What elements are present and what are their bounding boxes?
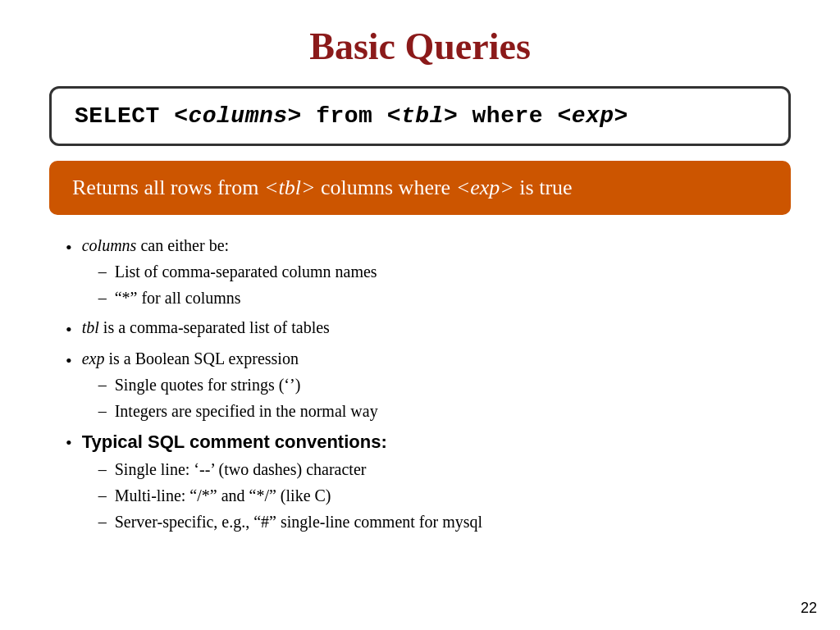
exp-placeholder: <exp> <box>557 103 628 129</box>
dash-1-1: – <box>98 259 107 284</box>
bullet-dot-3: • <box>66 347 72 374</box>
bullet-dot-4: • <box>66 429 72 456</box>
sub-item-3-2: – Integers are specified in the normal w… <box>98 399 791 423</box>
sub-text-4-2: Multi-line: “/*” and “*/” (like C) <box>115 483 331 508</box>
bullet3-italic: exp <box>82 349 105 368</box>
columns-placeholder: <columns> <box>174 103 302 129</box>
bullet-dot-1: • <box>66 234 72 261</box>
code-box: SELECT <columns> from <tbl> where <exp> <box>49 86 791 146</box>
description-text: Returns all rows from <tbl> columns wher… <box>72 176 573 199</box>
bullet-item-4: • Typical SQL comment conventions: – Sin… <box>66 428 791 536</box>
from-keyword: from <box>316 103 372 129</box>
sub-item-4-1: – Single line: ‘--’ (two dashes) charact… <box>98 457 791 482</box>
sub-text-4-1: Single line: ‘--’ (two dashes) character <box>115 457 367 482</box>
dash-3-2: – <box>98 399 107 423</box>
sub-item-4-3: – Server-specific, e.g., “#” single-line… <box>98 509 791 534</box>
bullet1-italic: columns <box>82 236 137 254</box>
bullet2-rest: is a comma-separated list of tables <box>99 318 330 336</box>
dash-4-2: – <box>98 483 107 508</box>
select-keyword: SELECT <box>75 103 160 129</box>
main-bullet-list: • columns can either be: – List of comma… <box>49 233 791 539</box>
where-keyword: where <box>472 103 544 129</box>
slide-title: Basic Queries <box>49 25 791 68</box>
sub-item-1-1: – List of comma-separated column names <box>98 259 791 284</box>
dash-3-1: – <box>98 372 107 397</box>
bullet-item-1: • columns can either be: – List of comma… <box>66 233 791 312</box>
sub-text-1-1: List of comma-separated column names <box>115 259 377 284</box>
dash-4-1: – <box>98 457 107 482</box>
sub-item-4-2: – Multi-line: “/*” and “*/” (like C) <box>98 483 791 508</box>
bullet1-rest: can either be: <box>136 236 229 254</box>
code-line: SELECT <columns> from <tbl> where <exp> <box>75 103 628 129</box>
sub-text-1-2: “*” for all columns <box>115 285 241 310</box>
sub-text-4-3: Server-specific, e.g., “#” single-line c… <box>115 509 482 534</box>
bullet-content-3: exp is a Boolean SQL expression – Single… <box>82 346 791 425</box>
sub-text-3-1: Single quotes for strings (‘’) <box>115 372 301 397</box>
dash-4-3: – <box>98 509 107 534</box>
description-box: Returns all rows from <tbl> columns wher… <box>49 161 791 215</box>
sub-item-3-1: – Single quotes for strings (‘’) <box>98 372 791 397</box>
sub-list-1: – List of comma-separated column names –… <box>82 259 791 310</box>
bullet-dot-2: • <box>66 316 72 343</box>
desc-exp: <exp> <box>456 176 514 199</box>
sub-text-3-2: Integers are specified in the normal way <box>115 399 378 423</box>
sub-list-3: – Single quotes for strings (‘’) – Integ… <box>82 372 791 423</box>
bullet3-rest: is a Boolean SQL expression <box>104 349 298 368</box>
desc-after: is true <box>514 176 573 199</box>
bullet-item-2: • tbl is a comma-separated list of table… <box>66 315 791 343</box>
page-number: 22 <box>801 600 817 617</box>
sub-list-4: – Single line: ‘--’ (two dashes) charact… <box>82 457 791 534</box>
bullet-content-4: Typical SQL comment conventions: – Singl… <box>82 428 791 536</box>
bullet2-italic: tbl <box>82 318 99 336</box>
slide: Basic Queries SELECT <columns> from <tbl… <box>0 0 840 630</box>
bullet-content-2: tbl is a comma-separated list of tables <box>82 315 791 340</box>
desc-tbl: <tbl> <box>264 176 316 199</box>
desc-before: Returns all rows from <box>72 176 264 199</box>
desc-middle: columns where <box>316 176 456 199</box>
dash-1-2: – <box>98 285 107 310</box>
tbl-placeholder: <tbl> <box>387 103 459 129</box>
bullet-item-3: • exp is a Boolean SQL expression – Sing… <box>66 346 791 425</box>
bullet-content-1: columns can either be: – List of comma-s… <box>82 233 791 312</box>
bullet4-bold: Typical SQL comment conventions: <box>82 431 387 452</box>
sub-item-1-2: – “*” for all columns <box>98 285 791 310</box>
